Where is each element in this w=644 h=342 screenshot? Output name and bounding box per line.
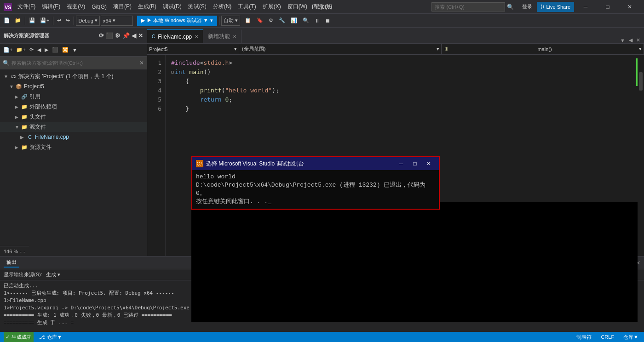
close-all-tabs-icon[interactable]: ✕ xyxy=(634,37,642,43)
collapse-icon[interactable]: ⊟ xyxy=(171,68,174,77)
menu-git[interactable]: Git(G) xyxy=(89,3,109,11)
toolbar-btn-5[interactable]: 📊 xyxy=(289,17,299,24)
chevron-down-icon: ▾ xyxy=(113,17,115,23)
save-all-button[interactable]: 💾+ xyxy=(38,17,51,24)
tab-close-icon[interactable]: ✕ xyxy=(233,34,236,39)
tree-sources[interactable]: ▼ 📁 源文件 xyxy=(0,122,147,132)
external-deps-icon: 📁 xyxy=(21,103,28,110)
open-button[interactable]: 📁 xyxy=(13,17,23,24)
undo-button[interactable]: ↩ xyxy=(55,17,63,24)
scope-nav[interactable]: (全局范围) ▾ xyxy=(240,44,442,54)
new-project-button[interactable]: 📄 xyxy=(2,17,12,24)
build-success-status[interactable]: ✓ 生成成功 xyxy=(4,332,34,342)
toolbar-btn-7[interactable]: ⏸ xyxy=(313,17,322,24)
close-button[interactable]: ✕ xyxy=(619,0,640,14)
app-icon: VS xyxy=(4,3,12,11)
toolbar-btn-8[interactable]: ⏹ xyxy=(323,17,332,24)
tree-project[interactable]: ▼ 📦 Project5 xyxy=(0,81,147,91)
menu-window[interactable]: 窗口(W) xyxy=(285,2,310,11)
member-nav[interactable]: ⊕ main() ▾ xyxy=(443,44,644,54)
scrollbar-thumb xyxy=(639,72,643,91)
sidebar-tool-3[interactable]: ⟳ xyxy=(28,46,35,54)
menu-project[interactable]: 项目(P) xyxy=(110,2,134,11)
tab-new-features[interactable]: 新增功能 ✕ xyxy=(203,29,242,43)
right-scrollbar[interactable] xyxy=(638,71,644,248)
terminal-area[interactable] xyxy=(191,202,638,322)
console-body[interactable]: hello world D:\code\Project5\x64\Debug\P… xyxy=(192,170,439,209)
minimize-button[interactable]: ─ xyxy=(575,0,596,14)
settings-icon[interactable]: ⚙ xyxy=(115,32,121,39)
tree-headers[interactable]: ▶ 📁 头文件 xyxy=(0,112,147,122)
toolbar-btn-4[interactable]: 🔧 xyxy=(277,17,287,24)
config-dropdown[interactable]: Debug ▾ xyxy=(76,16,99,26)
live-share-button[interactable]: ⟨⟩ Live Share xyxy=(537,2,574,12)
sidebar-tool-1[interactable]: 📄+ xyxy=(2,46,14,54)
menu-extensions[interactable]: 扩展(X) xyxy=(260,2,284,11)
sidebar-tool-6[interactable]: ⬛ xyxy=(51,46,60,54)
live-share-icon: ⟨⟩ xyxy=(540,4,544,10)
build-success-label: 生成成功 xyxy=(12,334,32,341)
scope-nav-label: (全局范围) xyxy=(242,46,265,52)
filter-icon[interactable]: ▼ xyxy=(71,46,79,54)
expand-icon: ▼ xyxy=(9,84,14,89)
git-repo-status[interactable]: 仓库▼ xyxy=(621,332,640,342)
pin-icon[interactable]: 📌 xyxy=(122,32,130,39)
console-maximize-button[interactable]: □ xyxy=(408,159,421,169)
sidebar-tool-4[interactable]: ◀ xyxy=(36,46,42,54)
nav-chevron: ▾ xyxy=(437,46,439,52)
tree-solution[interactable]: ▼ 🗂 解决方案 'Project5' (1 个项目，共 1 个) xyxy=(0,71,147,81)
app-title: Project5 xyxy=(312,4,332,10)
redo-button[interactable]: ↪ xyxy=(64,17,72,24)
sources-icon: 📁 xyxy=(21,123,28,131)
line-ending-status[interactable]: CRLF xyxy=(599,332,616,342)
platform-dropdown[interactable]: x64 ▾ xyxy=(101,16,133,26)
save-button[interactable]: 💾 xyxy=(27,17,37,24)
project-nav[interactable]: Project5 ▾ xyxy=(147,44,239,54)
nav-chevron: ▾ xyxy=(234,46,237,52)
code-line-3: { xyxy=(171,77,638,86)
toolbar-btn-6[interactable]: 🔍 xyxy=(301,17,311,24)
auto-dropdown[interactable]: 自动 ▾ xyxy=(221,16,240,26)
clear-search-icon[interactable]: ✕ xyxy=(139,60,144,66)
git-branch-status[interactable]: ⎇ 仓库▼ xyxy=(37,332,64,342)
maximize-button[interactable]: □ xyxy=(597,0,618,14)
tab-close-icon[interactable]: ✕ xyxy=(195,34,198,39)
solution-label: 解决方案 'Project5' (1 个项目，共 1 个) xyxy=(18,73,114,80)
console-close-button[interactable]: ✕ xyxy=(422,159,435,169)
login-button[interactable]: 登录 xyxy=(518,2,536,11)
more-icon[interactable]: ✕ xyxy=(138,32,143,39)
tab-filename-cpp[interactable]: C FileName.cpp ✕ xyxy=(147,29,203,43)
menu-analyze[interactable]: 分析(N) xyxy=(210,2,235,11)
tree-resources[interactable]: ▶ 📁 资源文件 xyxy=(0,142,147,152)
menu-view[interactable]: 视图(V) xyxy=(64,2,88,11)
tree-filename-cpp[interactable]: ▶ C FileName.cpp xyxy=(0,132,147,142)
sidebar-tool-2[interactable]: 📁+ xyxy=(15,46,27,54)
code-line-6: } xyxy=(171,104,638,114)
menu-edit[interactable]: 编辑(E) xyxy=(39,2,63,11)
sidebar-search-input[interactable] xyxy=(12,60,138,66)
search-icon: 🔍 xyxy=(3,60,10,66)
sidebar-tool-7[interactable]: 🔀 xyxy=(61,46,70,54)
titlebar-menu: 文件(F) 编辑(E) 视图(V) Git(G) 项目(P) 生成(B) 调试(… xyxy=(15,2,335,11)
console-minimize-button[interactable]: ─ xyxy=(395,159,408,169)
pin-tab-icon[interactable]: ◀ xyxy=(627,37,634,43)
menu-file[interactable]: 文件(F) xyxy=(15,2,38,11)
collapse-all-icon[interactable]: ⬛ xyxy=(106,32,113,39)
tab-overflow-icon[interactable]: ▼ xyxy=(618,38,627,43)
toolbar-btn-2[interactable]: 🔖 xyxy=(255,17,265,24)
tree-external-deps[interactable]: ▶ 📁 外部依赖项 xyxy=(0,102,147,112)
toolbar-btn-3[interactable]: ⚙ xyxy=(267,17,275,24)
encoding-status[interactable]: 制表符 xyxy=(575,332,593,342)
run-button[interactable]: ▶ ▶ 本地 Windows 调试器 ▼ ▾ xyxy=(137,16,217,26)
menu-tools[interactable]: 工具(T) xyxy=(235,2,259,11)
menu-build[interactable]: 生成(B) xyxy=(135,2,159,11)
git-icon: ⎇ xyxy=(39,334,45,340)
sync-icon[interactable]: ⟳ xyxy=(99,32,104,39)
search-input[interactable] xyxy=(431,2,505,11)
menu-debug[interactable]: 调试(D) xyxy=(160,2,184,11)
menu-test[interactable]: 测试(S) xyxy=(185,2,209,11)
sidebar-tool-5[interactable]: ▶ xyxy=(43,46,50,54)
auto-hide-icon[interactable]: ◀ xyxy=(132,32,136,39)
tree-references[interactable]: ▶ 🔗 引用 xyxy=(0,91,147,102)
toolbar-btn-1[interactable]: 📋 xyxy=(243,17,253,24)
